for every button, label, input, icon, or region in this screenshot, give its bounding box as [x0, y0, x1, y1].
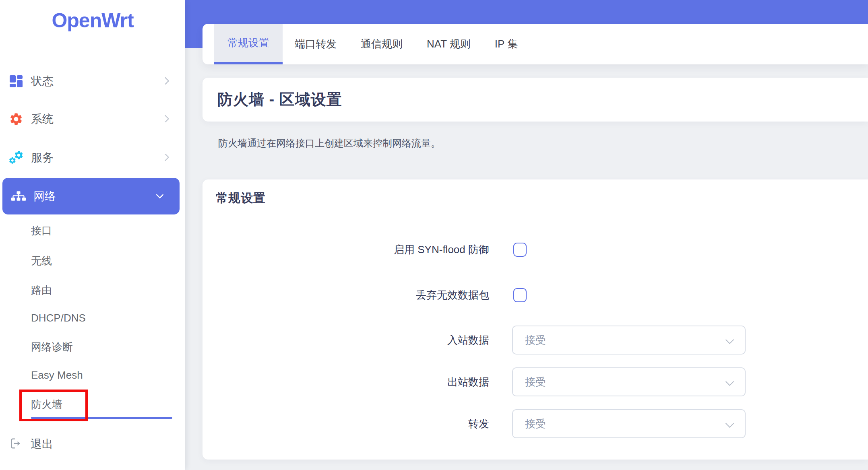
chevron-right-icon — [161, 77, 169, 85]
select-3[interactable]: 接受 — [512, 367, 746, 396]
tab-0[interactable]: 常规设置 — [214, 24, 283, 64]
general-settings-card: 常规设置 启用 SYN-flood 防御丢弃无效数据包入站数据接受出站数据接受转… — [203, 179, 868, 460]
sidebar-item-label: 状态 — [31, 74, 54, 89]
sitemap-icon — [11, 189, 26, 204]
checkbox-1[interactable] — [513, 288, 527, 302]
page-title-card: 防火墙 - 区域设置 — [203, 78, 868, 122]
select-value: 接受 — [525, 375, 546, 389]
tab-1[interactable]: 端口转发 — [283, 24, 349, 64]
openwrt-luci-screen: 常规设置端口转发通信规则NAT 规则IP 集 防火墙 - 区域设置 防火墙通过在… — [0, 0, 868, 470]
sidebar-item-label: 网络 — [33, 189, 56, 204]
form-row: 丢弃无效数据包 — [203, 288, 868, 302]
sidebar-subitem-2[interactable]: 路由 — [31, 282, 52, 298]
sidebar-subitem-0[interactable]: 接口 — [31, 223, 52, 239]
sidebar-item-status[interactable]: 状态 — [0, 69, 185, 93]
sidebar-subitem-1[interactable]: 无线 — [31, 253, 52, 269]
page-title: 防火墙 - 区域设置 — [217, 89, 342, 110]
active-submenu-underline — [31, 417, 172, 419]
firewall-tabbar: 常规设置端口转发通信规则NAT 规则IP 集 — [203, 24, 868, 64]
sidebar-subitem-4[interactable]: 网络诊断 — [31, 339, 73, 355]
select-2[interactable]: 接受 — [512, 326, 746, 355]
chevron-down-icon — [725, 419, 734, 428]
field-label: 出站数据 — [203, 375, 489, 389]
sidebar-subitem-3[interactable]: DHCP/DNS — [31, 310, 86, 326]
sidebar-subitem-5[interactable]: Easy Mesh — [31, 367, 83, 383]
field-label: 启用 SYN-flood 防御 — [203, 243, 489, 257]
form-row: 入站数据接受 — [203, 326, 868, 355]
sidebar-item-label: 服务 — [31, 150, 54, 165]
field-label: 入站数据 — [203, 333, 489, 347]
logout-icon — [10, 437, 22, 451]
select-value: 接受 — [525, 333, 546, 347]
form-row: 出站数据接受 — [203, 367, 868, 396]
chevron-down-icon — [725, 336, 734, 344]
sidebar-item-network[interactable]: 网络 — [2, 178, 180, 214]
gears-icon — [8, 150, 24, 165]
chevron-right-icon — [161, 115, 169, 123]
checkbox-0[interactable] — [513, 243, 527, 257]
chevron-down-icon — [156, 191, 164, 199]
tab-2[interactable]: 通信规则 — [349, 24, 415, 64]
form-row: 启用 SYN-flood 防御 — [203, 243, 868, 256]
tab-4[interactable]: IP 集 — [483, 24, 530, 64]
chevron-down-icon — [725, 377, 734, 386]
field-label: 丢弃无效数据包 — [203, 288, 489, 302]
tab-3[interactable]: NAT 规则 — [415, 24, 483, 64]
sidebar-item-label: 系统 — [31, 111, 54, 127]
select-value: 接受 — [525, 417, 546, 431]
page-description: 防火墙通过在网络接口上创建区域来控制网络流量。 — [218, 137, 440, 150]
sidebar-item-logout[interactable]: 退出 — [10, 433, 53, 456]
chevron-right-icon — [161, 153, 169, 161]
field-label: 转发 — [203, 417, 489, 431]
openwrt-logo: OpenWrt — [0, 9, 185, 32]
logout-label: 退出 — [31, 437, 53, 452]
select-4[interactable]: 接受 — [512, 409, 746, 438]
section-title: 常规设置 — [216, 190, 266, 206]
sidebar-subitem-firewall-active[interactable]: 防火墙 — [31, 396, 62, 412]
gear-icon — [8, 111, 24, 127]
sidebar-item-system[interactable]: 系统 — [0, 107, 185, 131]
sidebar-item-services[interactable]: 服务 — [0, 146, 185, 170]
dashboard-icon — [8, 74, 24, 89]
sidebar: OpenWrt 状态系统服务网络 接口无线路由DHCP/DNS网络诊断Easy … — [0, 0, 185, 470]
form-row: 转发接受 — [203, 409, 868, 438]
